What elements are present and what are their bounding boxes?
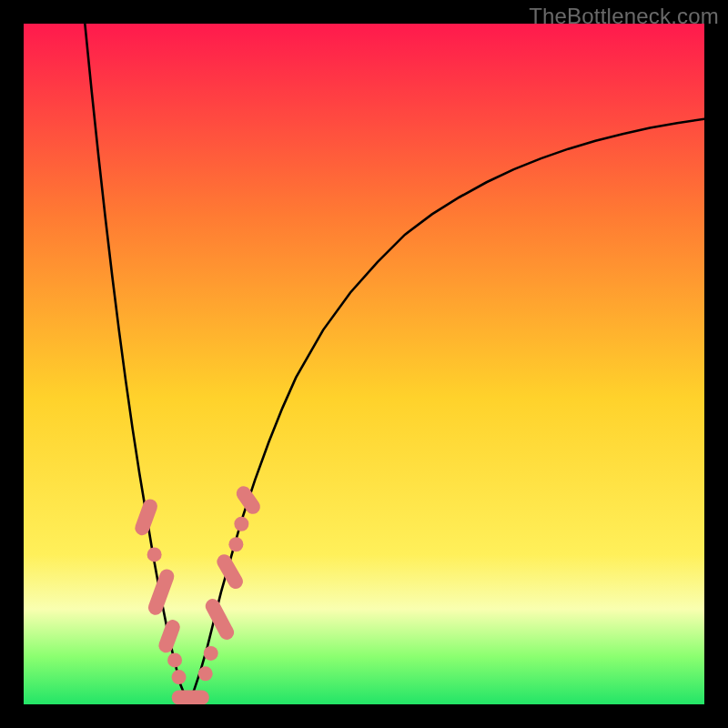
- data-marker-dot: [172, 670, 187, 684]
- bottleneck-chart: [24, 24, 704, 704]
- data-marker-dot: [204, 646, 218, 661]
- data-marker-dot: [234, 517, 248, 531]
- data-marker-dot: [167, 652, 182, 667]
- gradient-background: [24, 24, 704, 704]
- data-marker-dot: [147, 547, 162, 561]
- data-marker-dot: [198, 666, 213, 681]
- watermark-text: TheBottleneck.com: [529, 4, 719, 29]
- data-marker-pill: [172, 691, 209, 704]
- chart-frame: [24, 24, 704, 704]
- data-marker-dot: [228, 537, 243, 551]
